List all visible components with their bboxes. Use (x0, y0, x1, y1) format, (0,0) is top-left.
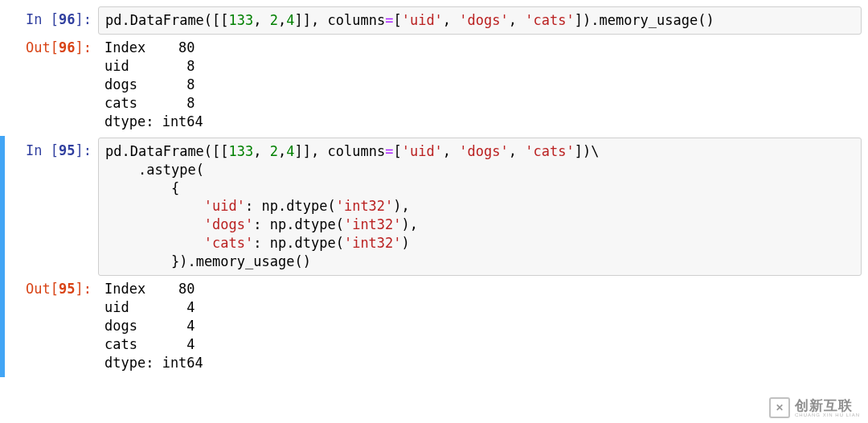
code-token: . (138, 162, 146, 178)
code-token: np (270, 216, 286, 232)
code-token: . (286, 216, 294, 232)
code-token: memory_usage (599, 12, 698, 28)
input-row: In [95]: pd.DataFrame([[133, 2,4]], colu… (6, 138, 862, 277)
out-label-end: ]: (76, 39, 92, 55)
code-token: ( (336, 216, 344, 232)
code-token: . (278, 198, 286, 214)
output-prompt: Out[95]: (6, 276, 98, 297)
code-token: 'cats' (525, 12, 574, 28)
code-token: 4 (286, 12, 294, 28)
code-token: . (591, 12, 599, 28)
code-token: . (121, 12, 129, 28)
code-token: ) (303, 253, 311, 269)
code-token: ] (575, 143, 583, 159)
code-token: ( (294, 253, 302, 269)
code-token: [ (393, 143, 401, 159)
code-token: } (171, 253, 179, 269)
code-token (105, 216, 204, 232)
code-token: 2 (270, 143, 278, 159)
notebook-cell-96: In [96]: pd.DataFrame([[133, 2,4]], colu… (0, 5, 868, 136)
code-token: , (253, 12, 269, 28)
code-token: 'uid' (402, 12, 443, 28)
in-exec-count: 95 (59, 142, 75, 158)
code-token: , (311, 12, 327, 28)
out-exec-count: 95 (59, 281, 75, 297)
code-token: ( (196, 162, 204, 178)
code-token: ( (204, 12, 212, 28)
code-token: = (385, 143, 393, 159)
code-token: { (171, 180, 179, 196)
code-token: 'int32' (344, 235, 402, 251)
watermark-text: 创新互联 CHUANG XIN HU LIAN (795, 399, 860, 417)
code-token: ) (402, 216, 410, 232)
in-label: In [ (26, 142, 59, 158)
code-token: ) (706, 12, 714, 28)
code-token (105, 253, 171, 269)
watermark-sub: CHUANG XIN HU LIAN (795, 413, 860, 417)
code-token: , (509, 12, 525, 28)
code-token: [[ (212, 12, 228, 28)
output-text: Index 80 uid 8 dogs 8 cats 8 dtype: int6… (98, 35, 862, 133)
out-exec-count: 96 (59, 39, 75, 55)
code-token: 'cats' (525, 143, 574, 159)
code-token (105, 180, 171, 196)
code-token: ( (327, 198, 335, 214)
code-token: . (187, 253, 195, 269)
code-token: ( (204, 143, 212, 159)
code-token: ) (583, 143, 591, 159)
code-token: ( (336, 235, 344, 251)
code-token: pd (105, 12, 121, 28)
code-token: 'dogs' (459, 12, 508, 28)
code-token: columns (328, 12, 386, 28)
code-token: astype (146, 162, 195, 178)
code-token: np (270, 235, 286, 251)
code-token: , (402, 198, 410, 214)
output-row: Out[95]: Index 80 uid 4 dogs 4 cats 4 dt… (6, 276, 862, 374)
input-prompt: In [96]: (6, 6, 98, 27)
code-token: dtype (294, 216, 335, 232)
code-token: , (311, 143, 327, 159)
code-token: ]] (295, 143, 311, 159)
input-row: In [96]: pd.DataFrame([[133, 2,4]], colu… (6, 6, 862, 35)
code-token: 'cats' (204, 235, 253, 251)
code-token: 133 (229, 143, 254, 159)
code-token: ]] (295, 12, 311, 28)
code-token: ) (583, 12, 591, 28)
jupyter-notebook: In [96]: pd.DataFrame([[133, 2,4]], colu… (0, 0, 868, 377)
code-token: = (385, 12, 393, 28)
in-label-end: ]: (76, 142, 92, 158)
code-token: 'uid' (204, 198, 245, 214)
code-token: dtype (294, 235, 335, 251)
code-token: , (443, 143, 459, 159)
code-token: 4 (286, 143, 294, 159)
code-token: memory_usage (196, 253, 295, 269)
output-text: Index 80 uid 4 dogs 4 cats 4 dtype: int6… (98, 276, 862, 374)
code-token: 'dogs' (204, 216, 253, 232)
code-token (105, 235, 204, 251)
code-token: . (286, 235, 294, 251)
notebook-cell-95: In [95]: pd.DataFrame([[133, 2,4]], colu… (0, 136, 868, 377)
code-token: ) (393, 198, 401, 214)
code-token: DataFrame (130, 143, 204, 159)
code-token: ) (402, 235, 410, 251)
code-token: ( (698, 12, 706, 28)
input-prompt: In [95]: (6, 138, 98, 158)
code-token: 'uid' (402, 143, 443, 159)
code-token: DataFrame (130, 12, 204, 28)
code-token: dtype (286, 198, 327, 214)
watermark-main: 创新互联 (795, 399, 860, 413)
code-token: [[ (212, 143, 228, 159)
code-input[interactable]: pd.DataFrame([[133, 2,4]], columns=['uid… (98, 6, 862, 35)
code-token: [ (393, 12, 401, 28)
code-token: ] (575, 12, 583, 28)
code-token: , (253, 143, 269, 159)
code-token: pd (105, 143, 121, 159)
code-token (105, 162, 138, 178)
watermark: ✕ 创新互联 CHUANG XIN HU LIAN (769, 397, 860, 418)
code-token: : (253, 216, 269, 232)
in-label-end: ]: (76, 11, 92, 27)
code-token: : (245, 198, 261, 214)
code-input[interactable]: pd.DataFrame([[133, 2,4]], columns=['uid… (98, 138, 862, 277)
code-token: : (253, 235, 269, 251)
in-label: In [ (26, 11, 59, 27)
